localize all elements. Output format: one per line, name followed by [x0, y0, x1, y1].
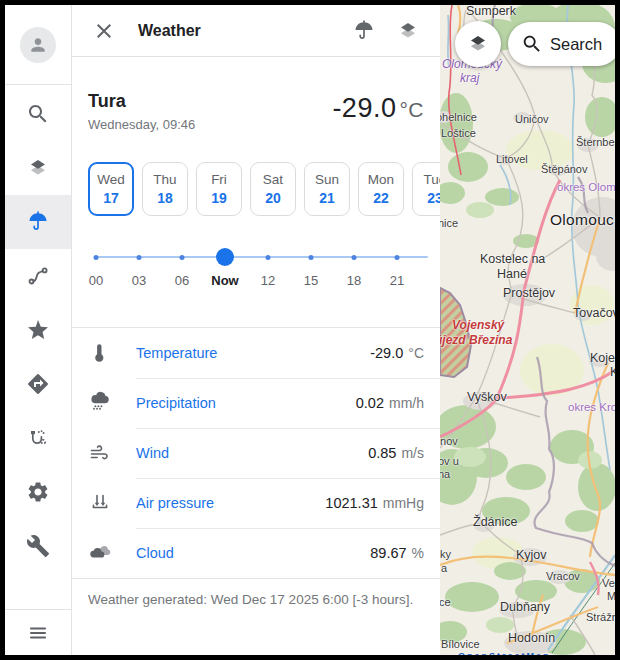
- sidebar-item-menu[interactable]: [5, 610, 71, 655]
- plan-route-icon: [26, 426, 50, 450]
- day-date: 20: [265, 190, 281, 206]
- metric-label[interactable]: Precipitation: [136, 395, 216, 411]
- pressure-icon: [88, 491, 112, 515]
- search-label: Search: [550, 35, 602, 54]
- metric-row-precipitation: Precipitation0.02mm/h: [72, 378, 440, 428]
- map-search-button[interactable]: Search: [508, 22, 615, 66]
- route-icon: [26, 264, 50, 288]
- sidebar-item-navigation[interactable]: [5, 357, 71, 411]
- day-name: Sun: [315, 172, 339, 187]
- layers-icon: [26, 156, 50, 180]
- metric-value: 0.85: [368, 445, 396, 461]
- time-tick[interactable]: [137, 255, 142, 260]
- time-label-03[interactable]: 03: [132, 273, 146, 288]
- day-card-tue[interactable]: Tue23: [412, 162, 440, 216]
- time-tick[interactable]: [309, 255, 314, 260]
- time-label-06[interactable]: 06: [175, 273, 189, 288]
- day-name: Fri: [211, 172, 227, 187]
- page-title: Weather: [138, 22, 352, 40]
- day-card-thu[interactable]: Thu18: [142, 162, 188, 216]
- metric-row-air-pressure: Air pressure1021.31mmHg: [72, 478, 440, 528]
- metric-unit: mmHg: [383, 495, 424, 511]
- precipitation-icon: [88, 391, 112, 415]
- time-label-21[interactable]: 21: [390, 273, 404, 288]
- time-tick[interactable]: [180, 255, 185, 260]
- day-name: Sat: [263, 172, 283, 187]
- wind-icon: [88, 441, 112, 465]
- sidebar-item-profile[interactable]: [5, 5, 71, 85]
- sidebar-item-plan-route[interactable]: [5, 411, 71, 465]
- metric-label[interactable]: Cloud: [136, 545, 174, 561]
- day-selector: Wed17Thu18Fri19Sat20Sun21Mon22Tue23: [72, 162, 440, 216]
- day-card-sun[interactable]: Sun21: [304, 162, 350, 216]
- time-label-18[interactable]: 18: [347, 273, 361, 288]
- metric-row-cloud: Cloud89.67%: [72, 528, 440, 578]
- map-view[interactable]: ŠumperkOlomouckýkrajohelniceLošticeUničo…: [440, 5, 615, 655]
- metric-value: -29.0: [370, 345, 403, 361]
- day-date: 23: [427, 190, 440, 206]
- sidebar-item-configure-map[interactable]: [5, 141, 71, 195]
- day-name: Mon: [368, 172, 394, 187]
- map-attribution: OpenStreetMap: [458, 651, 551, 655]
- map-canvas: [440, 5, 615, 655]
- time-label-now[interactable]: Now: [211, 273, 238, 288]
- search-icon: [26, 102, 50, 126]
- screenshot-frame: Weather Tura Wednesday, 09:46 -29.0°C We…: [0, 0, 620, 660]
- metric-unit: °C: [408, 345, 424, 361]
- metric-label[interactable]: Air pressure: [136, 495, 214, 511]
- metric-label[interactable]: Temperature: [136, 345, 217, 361]
- day-card-sat[interactable]: Sat20: [250, 162, 296, 216]
- day-date: 19: [211, 190, 227, 206]
- time-label-15[interactable]: 15: [304, 273, 318, 288]
- day-date: 18: [157, 190, 173, 206]
- day-date: 17: [103, 190, 119, 206]
- sidebar-item-tools[interactable]: [5, 519, 71, 573]
- time-tick[interactable]: [266, 255, 271, 260]
- metric-value: 89.67: [370, 545, 406, 561]
- layers-icon: [466, 32, 490, 56]
- gear-icon: [26, 480, 50, 504]
- metric-unit: %: [412, 545, 424, 561]
- day-date: 22: [373, 190, 389, 206]
- sidebar-item-favorites[interactable]: [5, 303, 71, 357]
- sidebar-item-search[interactable]: [5, 87, 71, 141]
- location-name: Tura: [88, 91, 195, 112]
- time-tick[interactable]: [94, 255, 99, 260]
- day-name: Wed: [97, 172, 125, 187]
- star-icon: [26, 318, 50, 342]
- day-card-mon[interactable]: Mon22: [358, 162, 404, 216]
- sidebar-item-settings[interactable]: [5, 465, 71, 519]
- avatar: [20, 27, 56, 63]
- day-card-fri[interactable]: Fri19: [196, 162, 242, 216]
- day-name: Thu: [153, 172, 176, 187]
- metric-row-wind: Wind0.85m/s: [72, 428, 440, 478]
- metric-row-temperature: Temperature-29.0°C: [72, 328, 440, 378]
- header-layers-button[interactable]: [396, 19, 420, 43]
- time-label-00[interactable]: 00: [89, 273, 103, 288]
- close-icon[interactable]: [92, 19, 116, 43]
- day-date: 21: [319, 190, 335, 206]
- time-tick[interactable]: [352, 255, 357, 260]
- metric-unit: mm/h: [389, 395, 424, 411]
- time-label-12[interactable]: 12: [261, 273, 275, 288]
- day-name: Tue: [424, 172, 440, 187]
- time-tick[interactable]: [395, 255, 400, 260]
- sidebar-item-tracks[interactable]: [5, 249, 71, 303]
- time-slider-handle[interactable]: [216, 248, 234, 266]
- map-layers-button[interactable]: [455, 21, 501, 67]
- layers-icon: [396, 19, 420, 43]
- menu-icon: [26, 621, 50, 645]
- wrench-icon: [26, 534, 50, 558]
- sidebar-item-weather[interactable]: [5, 195, 71, 249]
- current-temperature: -29.0°C: [332, 93, 424, 124]
- weather-panel: Weather Tura Wednesday, 09:46 -29.0°C We…: [72, 5, 440, 655]
- time-slider-track[interactable]: [95, 256, 428, 258]
- time-slider[interactable]: 000306Now12151821: [72, 240, 440, 302]
- panel-header: Weather: [72, 5, 440, 57]
- header-umbrella-button[interactable]: [352, 19, 376, 43]
- person-icon: [28, 35, 48, 55]
- metric-label[interactable]: Wind: [136, 445, 169, 461]
- day-card-wed[interactable]: Wed17: [88, 162, 134, 216]
- location-datetime: Wednesday, 09:46: [88, 117, 195, 132]
- weather-metrics: Temperature-29.0°CPrecipitation0.02mm/hW…: [72, 327, 440, 579]
